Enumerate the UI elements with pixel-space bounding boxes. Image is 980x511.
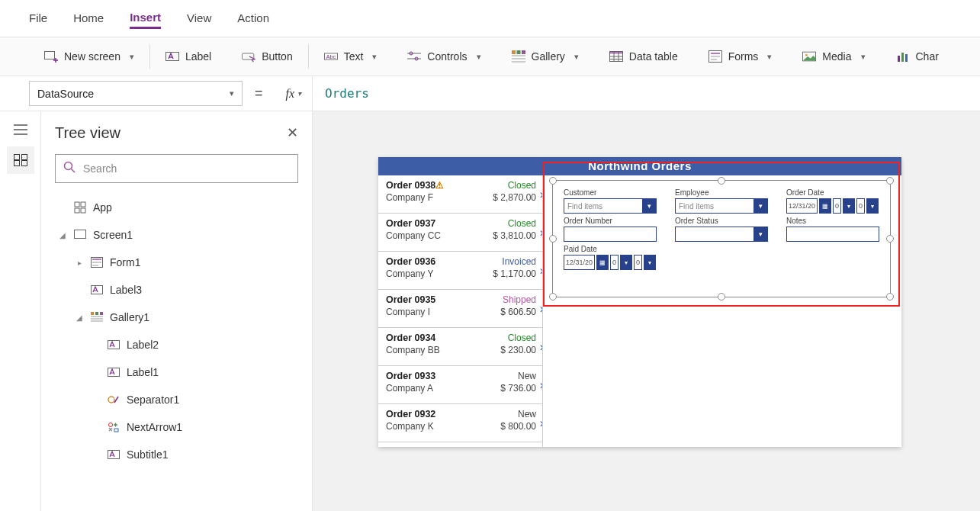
gallery-icon	[512, 50, 525, 63]
tree-search-input[interactable]	[82, 162, 290, 175]
hamburger-button[interactable]	[7, 116, 34, 143]
field-label: Notes	[786, 217, 879, 225]
tree-node-gallery1[interactable]: ◢ Gallery1	[55, 304, 298, 331]
tree-node-label: App	[93, 201, 112, 214]
orders-gallery[interactable]: Order 0938⚠ClosedCompany F$ 2,870.00›Ord…	[378, 175, 543, 447]
form-icon	[90, 256, 104, 269]
order-company: Company I	[386, 307, 430, 317]
svg-rect-55	[91, 318, 103, 320]
paid-date-picker[interactable]: 12/31/20 ▦ 0 ▾ 0 ▾	[564, 255, 657, 270]
tree-node-app[interactable]: App	[55, 194, 298, 221]
chevron-down-icon: ▾	[477, 52, 481, 62]
order-number-input[interactable]	[564, 227, 657, 242]
insert-controls-dropdown[interactable]: Controls ▾	[404, 47, 484, 66]
new-screen-button[interactable]: New screen ▾	[41, 47, 137, 66]
tree-node-label3[interactable]: Label3	[55, 276, 298, 304]
insert-media-label: Media	[822, 50, 851, 63]
tree-node-nextarrow1[interactable]: NextArrow1	[55, 413, 298, 441]
tree-node-subtitle1[interactable]: Subtitle1	[55, 441, 298, 468]
fx-button[interactable]: fx▾	[275, 76, 313, 111]
combo-placeholder: Find items	[676, 202, 717, 211]
gallery-item[interactable]: Order 0934ClosedCompany BB$ 230.00›	[378, 328, 542, 366]
tree-view-rail-button[interactable]	[7, 146, 34, 174]
chevron-right-icon[interactable]: ›	[540, 340, 543, 354]
notes-input[interactable]	[786, 227, 879, 242]
svg-rect-48	[92, 262, 101, 263]
gallery-item[interactable]: Order 0938⚠ClosedCompany F$ 2,870.00›	[378, 175, 542, 214]
svg-point-59	[108, 397, 114, 403]
tree-node-label1[interactable]: Label1	[55, 358, 298, 386]
svg-rect-18	[609, 52, 622, 54]
insert-chart-dropdown[interactable]: Char	[893, 47, 942, 66]
label-icon	[107, 365, 120, 379]
chart-icon	[896, 50, 910, 63]
field-notes: Notes	[786, 217, 879, 242]
gallery-item[interactable]: Order 0932NewCompany K$ 800.00›	[378, 404, 542, 442]
menu-file[interactable]: File	[29, 8, 47, 27]
expand-toggle-icon[interactable]: ▸	[75, 259, 84, 267]
order-number: Order 0932	[386, 409, 435, 419]
insert-datatable-button[interactable]: Data table	[606, 47, 681, 66]
tree-node-screen1[interactable]: ◢ Screen1	[55, 221, 298, 249]
gallery-item[interactable]: Order 0933NewCompany A$ 736.00›	[378, 366, 542, 404]
order-number: Order 0936	[386, 256, 435, 267]
menu-insert[interactable]: Insert	[130, 8, 161, 29]
insert-forms-dropdown[interactable]: Forms ▾	[705, 47, 776, 66]
close-icon[interactable]: ✕	[287, 124, 298, 141]
tree-node-label: Form1	[110, 256, 140, 268]
field-label: Paid Date	[564, 245, 657, 253]
tree-search-box[interactable]	[55, 154, 298, 183]
svg-point-60	[109, 423, 113, 427]
calendar-icon: ▦	[819, 198, 831, 214]
insert-media-dropdown[interactable]: Media ▾	[799, 47, 868, 66]
controls-icon	[407, 50, 421, 63]
tree-node-label2[interactable]: Label2	[55, 331, 298, 358]
app-canvas[interactable]: Northwind Orders Order 0938⚠ClosedCompan…	[378, 157, 901, 447]
svg-line-40	[72, 169, 76, 173]
tree-node-form1[interactable]: ▸ Form1	[55, 249, 298, 276]
form1-control[interactable]: Customer Find items▾ Employee Find items…	[552, 180, 891, 297]
employee-combobox[interactable]: Find items▾	[675, 198, 768, 214]
insert-button-button[interactable]: Button	[239, 47, 295, 66]
gallery-item[interactable]: Order 0936InvoicedCompany Y$ 1,170.00›	[378, 252, 542, 290]
expand-toggle-icon[interactable]: ◢	[58, 231, 67, 239]
minute-value: 0	[634, 255, 642, 270]
svg-rect-41	[75, 202, 79, 207]
form-selection-outline[interactable]: Customer Find items▾ Employee Find items…	[543, 162, 900, 307]
svg-rect-31	[905, 54, 908, 62]
order-date-picker[interactable]: 12/31/20 ▦ 0 ▾ 0 ▾	[786, 198, 879, 214]
menu-home[interactable]: Home	[73, 8, 104, 27]
insert-datatable-label: Data table	[629, 50, 678, 63]
forms-icon	[708, 50, 722, 63]
formula-input[interactable]: Orders	[313, 76, 980, 111]
svg-rect-51	[91, 312, 94, 315]
chevron-right-icon[interactable]: ›	[540, 378, 543, 392]
menu-view[interactable]: View	[187, 8, 211, 27]
property-dropdown[interactable]: DataSource ▾	[29, 81, 243, 106]
tree-node-label: Separator1	[127, 394, 179, 406]
order-status: Invoiced	[502, 256, 536, 267]
canvas-area[interactable]: Northwind Orders Order 0938⚠ClosedCompan…	[313, 111, 980, 511]
customer-combobox[interactable]: Find items▾	[564, 198, 657, 214]
order-number: Order 0935	[386, 294, 435, 305]
svg-rect-44	[81, 208, 85, 213]
expand-toggle-icon[interactable]: ◢	[75, 313, 84, 322]
gallery-item[interactable]: Order 0935ShippedCompany I$ 606.50›	[378, 290, 542, 328]
tree-node-separator1[interactable]: Separator1	[55, 386, 298, 413]
insert-text-dropdown[interactable]: Abc Text ▾	[321, 47, 381, 66]
screen-plus-icon	[44, 50, 58, 63]
order-status: Shipped	[503, 294, 536, 305]
menu-action[interactable]: Action	[237, 8, 269, 27]
svg-rect-0	[45, 52, 55, 59]
insert-label-button[interactable]: Label	[162, 47, 214, 66]
order-company: Company BB	[386, 345, 440, 355]
order-amount: $ 3,810.00	[493, 230, 536, 241]
order-amount: $ 736.00	[500, 383, 536, 394]
field-employee: Employee Find items▾	[675, 188, 768, 214]
chevron-down-icon: ▾	[767, 52, 772, 62]
order-status-dropdown[interactable]: ▾	[675, 227, 768, 242]
chevron-right-icon[interactable]: ›	[540, 416, 543, 430]
gallery-item[interactable]: Order 0937ClosedCompany CC$ 3,810.00›	[378, 214, 542, 252]
insert-gallery-dropdown[interactable]: Gallery ▾	[509, 47, 582, 66]
formula-bar: DataSource ▾ = fx▾ Orders	[0, 76, 980, 111]
